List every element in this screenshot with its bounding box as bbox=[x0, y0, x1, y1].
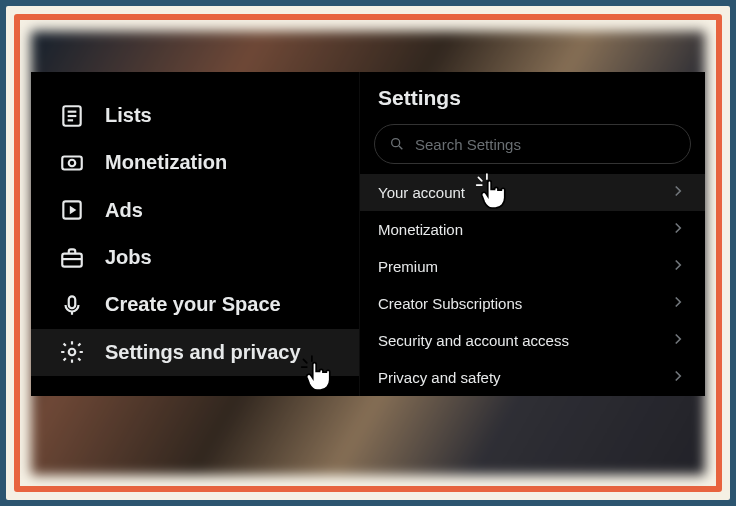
app-window: Lists Monetization Ads Jobs bbox=[31, 72, 705, 396]
settings-row-privacy-safety[interactable]: Privacy and safety bbox=[360, 359, 705, 396]
svg-line-13 bbox=[399, 146, 402, 149]
settings-row-your-account[interactable]: Your account bbox=[360, 174, 705, 211]
svg-point-11 bbox=[69, 349, 76, 356]
settings-row-label: Creator Subscriptions bbox=[378, 295, 522, 312]
sidebar-item-lists[interactable]: Lists bbox=[31, 92, 359, 139]
space-icon bbox=[59, 292, 85, 318]
settings-row-label: Monetization bbox=[378, 221, 463, 238]
chevron-right-icon bbox=[669, 293, 687, 314]
chevron-right-icon bbox=[669, 219, 687, 240]
settings-row-label: Security and account access bbox=[378, 332, 569, 349]
settings-row-label: Premium bbox=[378, 258, 438, 275]
sidebar-item-label: Jobs bbox=[105, 246, 152, 269]
settings-row-premium[interactable]: Premium bbox=[360, 248, 705, 285]
chevron-right-icon bbox=[669, 330, 687, 351]
svg-rect-4 bbox=[62, 156, 82, 169]
settings-panel: Settings Search Settings Your account Mo… bbox=[359, 72, 705, 396]
sidebar-item-label: Ads bbox=[105, 199, 143, 222]
chevron-right-icon bbox=[669, 182, 687, 203]
sidebar-item-label: Create your Space bbox=[105, 293, 281, 316]
sidebar-item-label: Monetization bbox=[105, 151, 227, 174]
chevron-right-icon bbox=[669, 367, 687, 388]
settings-row-monetization[interactable]: Monetization bbox=[360, 211, 705, 248]
sidebar-item-create-space[interactable]: Create your Space bbox=[31, 281, 359, 328]
sidebar: Lists Monetization Ads Jobs bbox=[31, 72, 359, 396]
jobs-icon bbox=[59, 245, 85, 271]
sidebar-item-settings-privacy[interactable]: Settings and privacy bbox=[31, 329, 359, 376]
ads-icon bbox=[59, 197, 85, 223]
settings-row-label: Privacy and safety bbox=[378, 369, 501, 386]
svg-point-12 bbox=[392, 139, 400, 147]
lists-icon bbox=[59, 103, 85, 129]
page-title: Settings bbox=[360, 72, 705, 124]
sidebar-item-monetization[interactable]: Monetization bbox=[31, 139, 359, 186]
sidebar-item-label: Settings and privacy bbox=[105, 341, 301, 364]
monetization-icon bbox=[59, 150, 85, 176]
chevron-right-icon bbox=[669, 256, 687, 277]
sidebar-item-ads[interactable]: Ads bbox=[31, 187, 359, 234]
settings-row-label: Your account bbox=[378, 184, 465, 201]
settings-row-creator-subscriptions[interactable]: Creator Subscriptions bbox=[360, 285, 705, 322]
svg-point-5 bbox=[69, 160, 76, 167]
sidebar-item-jobs[interactable]: Jobs bbox=[31, 234, 359, 281]
svg-rect-9 bbox=[69, 296, 76, 308]
search-placeholder: Search Settings bbox=[415, 136, 521, 153]
search-input[interactable]: Search Settings bbox=[374, 124, 691, 164]
gear-icon bbox=[59, 339, 85, 365]
settings-row-security-access[interactable]: Security and account access bbox=[360, 322, 705, 359]
sidebar-item-label: Lists bbox=[105, 104, 152, 127]
